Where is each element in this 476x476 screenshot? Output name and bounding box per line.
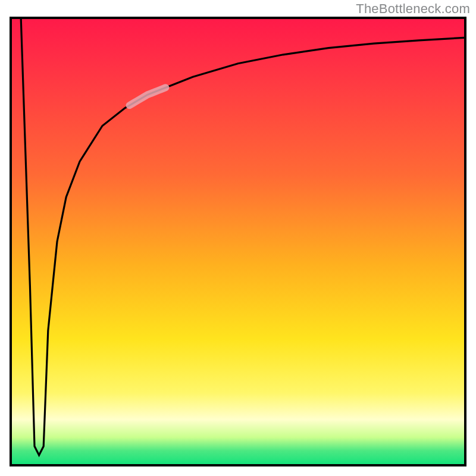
- highlight-segment: [130, 87, 166, 105]
- curve-layer: [12, 19, 464, 464]
- watermark-text: TheBottleneck.com: [356, 1, 470, 17]
- plot-area: [10, 17, 466, 466]
- chart-stage: TheBottleneck.com: [0, 0, 476, 476]
- main-curve: [21, 19, 464, 455]
